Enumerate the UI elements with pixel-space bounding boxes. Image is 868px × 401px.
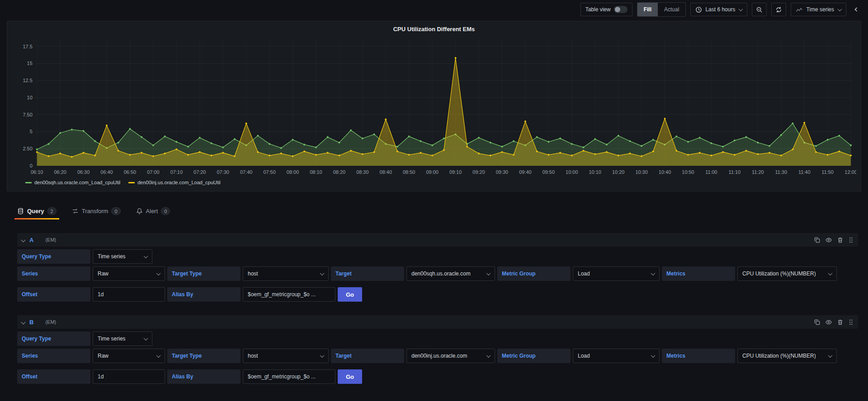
series-select[interactable]: Raw: [93, 266, 165, 281]
chevron-down-icon: [651, 353, 656, 358]
target-label: Target: [331, 266, 404, 281]
query-type-select[interactable]: Time series: [93, 331, 152, 346]
svg-text:12:00: 12:00: [844, 169, 856, 175]
svg-text:11:30: 11:30: [775, 169, 787, 175]
actual-button[interactable]: Actual: [658, 3, 685, 16]
target-type-select[interactable]: host: [243, 266, 329, 281]
alias-by-input[interactable]: [243, 287, 335, 302]
offset-input[interactable]: [93, 287, 165, 302]
panel-edit-toolbar: Table view Fill Actual Last 6 hours: [0, 0, 868, 19]
metrics-value: CPU Utilization (%)(NUMBER): [742, 270, 816, 277]
table-view-toggle[interactable]: Table view: [580, 3, 632, 16]
svg-text:15: 15: [27, 61, 33, 66]
query-type-select[interactable]: Time series: [93, 249, 152, 264]
target-type-label: Target Type: [167, 266, 241, 281]
chart-panel: CPU Utilization Different EMs 02.5057.50…: [7, 21, 861, 191]
svg-text:06:40: 06:40: [100, 169, 113, 175]
go-button[interactable]: Go: [338, 369, 362, 384]
fill-button[interactable]: Fill: [637, 3, 658, 16]
time-series-chart[interactable]: 02.5057.501012.51517.506:1006:2006:3006:…: [12, 35, 856, 177]
legend-item[interactable]: den00inj.us.oracle.com_Load_cpuUtil: [128, 180, 220, 185]
go-button[interactable]: Go: [338, 287, 362, 302]
offset-input[interactable]: [93, 369, 165, 384]
metrics-label: Metrics: [662, 349, 735, 363]
database-icon: [17, 208, 24, 214]
tab-query[interactable]: Query 2: [17, 207, 57, 219]
zoom-out-button[interactable]: [752, 3, 767, 16]
svg-text:12.5: 12.5: [23, 78, 32, 83]
chevron-down-icon[interactable]: [21, 238, 26, 242]
svg-text:0: 0: [30, 163, 33, 168]
table-view-switch[interactable]: [614, 6, 627, 13]
svg-text:10: 10: [27, 95, 33, 100]
duplicate-query-icon[interactable]: [814, 237, 821, 243]
legend-item[interactable]: den00sqh.us.oracle.com_Load_cpuUtil: [25, 180, 120, 185]
svg-text:11:00: 11:00: [705, 169, 717, 175]
svg-text:08:50: 08:50: [403, 169, 415, 175]
series-label: Series: [17, 266, 90, 281]
visualization-picker[interactable]: Time series: [791, 3, 846, 16]
legend-label: den00sqh.us.oracle.com_Load_cpuUtil: [34, 180, 120, 185]
table-view-label: Table view: [585, 6, 611, 13]
chevron-down-icon: [320, 271, 325, 275]
duplicate-query-icon[interactable]: [814, 319, 821, 326]
svg-text:11:10: 11:10: [729, 169, 741, 175]
time-range-picker[interactable]: Last 6 hours: [690, 3, 747, 16]
collapse-options-button[interactable]: [851, 6, 862, 13]
chevron-down-icon: [156, 271, 161, 275]
chevron-down-icon: [320, 353, 325, 358]
svg-text:07:00: 07:00: [147, 169, 159, 175]
svg-text:07:30: 07:30: [217, 169, 229, 175]
angle-left-icon: [853, 6, 860, 13]
target-select[interactable]: den00sqh.us.oracle.com: [406, 266, 495, 281]
svg-text:07:10: 07:10: [170, 169, 183, 175]
chevron-down-icon[interactable]: [21, 320, 26, 324]
refresh-button[interactable]: [771, 3, 786, 16]
query-a-row-offset: Offset Alias By Go: [17, 287, 858, 302]
target-type-select[interactable]: host: [243, 349, 329, 363]
tab-query-label: Query: [27, 208, 44, 214]
target-select[interactable]: den00inj.us.oracle.com: [406, 349, 495, 363]
metric-group-select[interactable]: Load: [573, 266, 660, 281]
svg-text:09:00: 09:00: [426, 169, 438, 175]
series-select[interactable]: Raw: [93, 349, 165, 363]
target-label: Target: [331, 349, 404, 363]
tab-transform-label: Transform: [82, 208, 108, 214]
svg-text:06:20: 06:20: [54, 169, 66, 175]
metric-group-select[interactable]: Load: [573, 349, 660, 363]
series-label: Series: [17, 349, 90, 363]
svg-text:17.5: 17.5: [23, 44, 32, 49]
metrics-select[interactable]: CPU Utilization (%)(NUMBER): [737, 349, 837, 363]
svg-text:07:20: 07:20: [193, 169, 206, 175]
chart-icon: [796, 6, 803, 13]
target-type-value: host: [248, 270, 258, 277]
query-b-row-series: Series Raw Target Type host Target den00…: [17, 349, 858, 363]
alias-by-input[interactable]: [243, 369, 335, 384]
svg-text:10:40: 10:40: [659, 169, 671, 175]
tab-alert-label: Alert: [146, 208, 158, 214]
tab-alert[interactable]: Alert 0: [136, 207, 170, 219]
delete-query-trash-icon[interactable]: [837, 237, 844, 243]
chevron-down-icon: [486, 353, 491, 358]
tab-transform-count: 0: [111, 207, 120, 215]
svg-text:11:50: 11:50: [821, 169, 834, 175]
svg-text:10:50: 10:50: [682, 169, 694, 175]
tab-transform[interactable]: Transform 0: [72, 207, 121, 219]
chart-legend: den00sqh.us.oracle.com_Load_cpuUtilden00…: [25, 180, 856, 185]
chevron-down-icon: [828, 353, 833, 358]
tab-alert-count: 0: [161, 207, 170, 215]
chevron-down-icon: [828, 271, 833, 275]
hide-query-eye-icon[interactable]: [825, 237, 832, 243]
svg-text:09:10: 09:10: [449, 169, 462, 175]
drag-handle-icon[interactable]: [848, 237, 854, 243]
svg-text:10:30: 10:30: [635, 169, 647, 175]
hide-query-eye-icon[interactable]: [825, 319, 832, 326]
metrics-select[interactable]: CPU Utilization (%)(NUMBER): [737, 266, 837, 281]
svg-text:10:10: 10:10: [589, 169, 601, 175]
drag-handle-icon[interactable]: [848, 319, 854, 326]
chevron-down-icon: [144, 336, 148, 340]
delete-query-trash-icon[interactable]: [837, 319, 844, 326]
query-ref-b[interactable]: B: [29, 319, 33, 326]
svg-text:08:00: 08:00: [287, 169, 299, 175]
query-ref-a[interactable]: A: [29, 237, 33, 243]
